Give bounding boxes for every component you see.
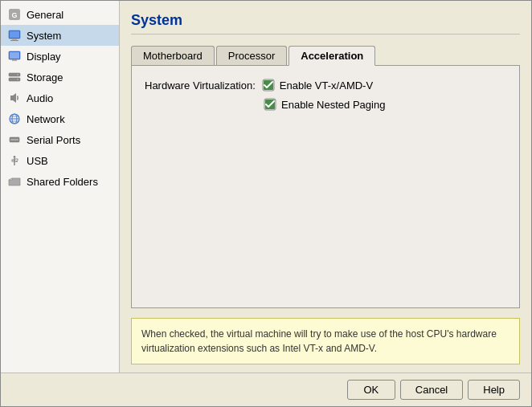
enable-nested-label: Enable Nested Paging: [281, 99, 385, 111]
sidebar-label-system: System: [27, 30, 61, 42]
svg-point-11: [17, 74, 18, 75]
enable-nested-checkbox-row: Enable Nested Paging: [264, 98, 506, 111]
dialog-footer: OK Cancel Help: [1, 372, 531, 406]
svg-point-23: [15, 139, 17, 140]
shared-icon: [7, 174, 22, 189]
svg-point-12: [17, 79, 18, 80]
cancel-button[interactable]: Cancel: [400, 380, 463, 400]
sidebar-label-shared: Shared Folders: [27, 176, 98, 188]
help-button[interactable]: Help: [468, 380, 520, 400]
sidebar-item-audio[interactable]: Audio: [1, 88, 119, 108]
sidebar-item-network[interactable]: Network: [1, 108, 119, 129]
main-content: System Motherboard Processor Acceleratio…: [120, 1, 531, 372]
serial-icon: [7, 132, 22, 147]
hw-virt-label: Hardware Virtualization:: [145, 79, 256, 92]
enable-nested-checkbox[interactable]: [264, 98, 276, 111]
nested-paging-row: Enable Nested Paging: [264, 98, 506, 111]
svg-point-21: [12, 139, 14, 140]
storage-icon: [7, 70, 22, 84]
sidebar-item-system[interactable]: System: [1, 25, 119, 46]
enable-vtx-checkbox-row: Enable VT-x/AMD-V: [262, 79, 373, 92]
enable-vtx-checkbox[interactable]: [262, 79, 275, 92]
general-icon: G: [7, 7, 22, 22]
display-icon: [7, 49, 22, 63]
sidebar-label-general: General: [27, 9, 63, 21]
svg-point-24: [17, 139, 18, 140]
sidebar-item-storage[interactable]: Storage: [1, 67, 119, 88]
sidebar-label-storage: Storage: [27, 71, 63, 83]
audio-icon: [7, 91, 22, 105]
svg-rect-27: [12, 160, 14, 161]
sidebar-label-audio: Audio: [27, 92, 53, 104]
svg-marker-26: [13, 156, 16, 157]
ok-button[interactable]: OK: [347, 380, 395, 400]
network-icon: [7, 112, 22, 126]
svg-rect-4: [12, 39, 17, 40]
sidebar-label-display: Display: [27, 51, 61, 63]
enable-vtx-label: Enable VT-x/AMD-V: [280, 79, 373, 92]
sidebar: G General System: [1, 1, 120, 372]
sidebar-label-network: Network: [27, 113, 65, 125]
dialog: G General System: [0, 0, 532, 407]
sidebar-item-general[interactable]: G General: [1, 4, 119, 25]
svg-rect-3: [10, 31, 19, 38]
sidebar-item-serial[interactable]: Serial Ports: [1, 129, 119, 150]
svg-point-29: [16, 161, 18, 162]
svg-rect-7: [10, 52, 19, 59]
sidebar-label-usb: USB: [27, 155, 48, 167]
tab-content-acceleration: Hardware Virtualization: Enable VT-x/AMD…: [131, 66, 520, 308]
tab-processor[interactable]: Processor: [216, 46, 288, 65]
usb-icon: [7, 153, 22, 168]
tabs-header: Motherboard Processor Acceleration: [131, 46, 520, 66]
sidebar-item-display[interactable]: Display: [1, 46, 119, 67]
svg-rect-8: [12, 59, 17, 61]
svg-rect-5: [10, 40, 18, 41]
tab-motherboard[interactable]: Motherboard: [131, 46, 215, 65]
page-title: System: [131, 12, 520, 35]
svg-point-22: [14, 139, 15, 140]
system-icon: [7, 28, 22, 43]
sidebar-item-shared[interactable]: Shared Folders: [1, 171, 119, 192]
svg-text:G: G: [11, 11, 17, 19]
svg-point-20: [10, 139, 12, 140]
dialog-content: G General System: [1, 1, 531, 372]
tab-acceleration[interactable]: Acceleration: [289, 46, 375, 66]
tabs-container: Motherboard Processor Acceleration Hardw…: [131, 46, 520, 308]
svg-marker-13: [10, 93, 16, 103]
info-text: When checked, the virtual machine will t…: [141, 328, 497, 354]
sidebar-label-serial: Serial Ports: [27, 134, 80, 146]
hw-virt-row: Hardware Virtualization: Enable VT-x/AMD…: [145, 79, 506, 92]
sidebar-item-usb[interactable]: USB: [1, 150, 119, 171]
info-box: When checked, the virtual machine will t…: [131, 318, 520, 364]
